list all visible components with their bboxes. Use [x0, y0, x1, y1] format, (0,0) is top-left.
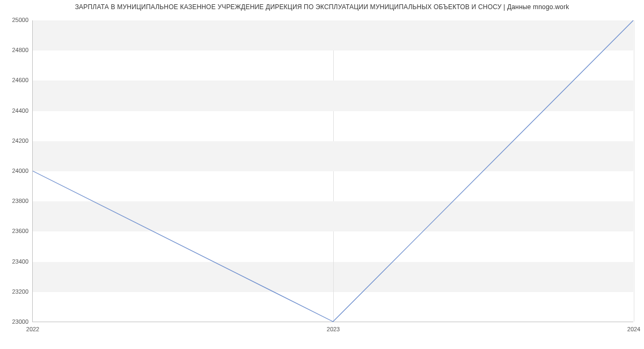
- plot-area: 2300023200234002360023800240002420024400…: [32, 20, 633, 322]
- y-tick-label: 24800: [12, 47, 33, 53]
- x-tick-label: 2023: [327, 326, 340, 332]
- y-tick-label: 24600: [12, 77, 33, 83]
- x-tick-label: 2022: [26, 326, 39, 332]
- y-tick-label: 23400: [12, 258, 33, 265]
- line-series: [33, 20, 633, 322]
- chart-title: ЗАРПЛАТА В МУНИЦИПАЛЬНОЕ КАЗЕННОЕ УЧРЕЖД…: [0, 3, 644, 11]
- y-tick-label: 23600: [12, 228, 33, 234]
- y-tick-label: 24400: [12, 107, 33, 114]
- y-tick-label: 24000: [12, 168, 33, 174]
- line-path: [33, 20, 633, 322]
- y-tick-label: 25000: [12, 17, 33, 23]
- y-tick-label: 24200: [12, 137, 33, 144]
- y-tick-label: 23000: [12, 318, 33, 325]
- y-tick-label: 23200: [12, 288, 33, 295]
- x-tick-label: 2024: [627, 326, 640, 332]
- y-tick-label: 23800: [12, 198, 33, 204]
- grid-vertical: [634, 20, 634, 322]
- chart-container: ЗАРПЛАТА В МУНИЦИПАЛЬНОЕ КАЗЕННОЕ УЧРЕЖД…: [0, 0, 644, 349]
